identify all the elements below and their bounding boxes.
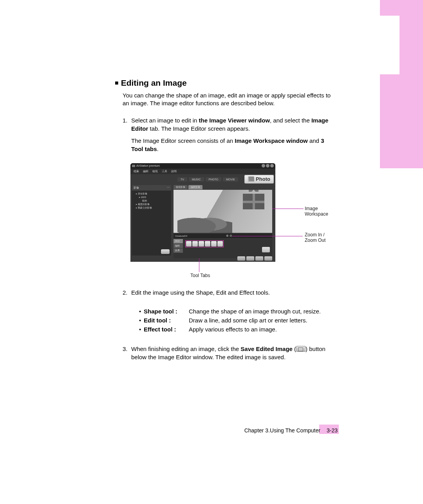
sidebar: 影像⋯ ▸ 所有影像 ▸ 2005 範例 ▸ 最愛的影像 ▸ 我建立的影像 — [132, 185, 171, 256]
save-edited-image-icon — [296, 346, 306, 352]
sidebar-tree: ▸ 所有影像 ▸ 2005 範例 ▸ 最愛的影像 ▸ 我建立的影像 — [132, 191, 171, 211]
gift-box-graphic — [243, 194, 264, 209]
page: ■Editing an Image You can change the sha… — [0, 0, 423, 504]
mode-tab-music[interactable]: MUSIC — [189, 177, 204, 182]
tool-button[interactable] — [211, 241, 217, 247]
menu-item[interactable]: 編輯 — [143, 169, 148, 173]
heading-text: Editing an Image — [121, 78, 187, 87]
subtab-edit[interactable]: 編輯影像 — [188, 185, 202, 189]
tool-list: • Shape tool : Change the shape of an im… — [139, 307, 334, 334]
tool-area: 形狀 編輯 效果 — [174, 239, 272, 258]
tree-item[interactable]: ▸ 所有影像 — [134, 192, 170, 196]
zoom-controls: ⊕ ⊖ — [226, 234, 232, 238]
tool-tab-edit[interactable]: 編輯 — [174, 244, 183, 248]
step-number: 1. — [123, 116, 131, 157]
step2-text: Edit the image using the Shape, Edit and… — [131, 288, 334, 297]
mode-tab-movie[interactable]: MOVIE — [223, 177, 238, 182]
screenshot-figure: AVStation premium 檔案 編輯 檢視 工具 說明 Photo T… — [130, 163, 334, 281]
mode-tab-tv[interactable]: TV — [177, 177, 187, 182]
bullet-icon: • — [139, 316, 144, 325]
chapter-tab-notch — [380, 16, 400, 74]
gift-bow-graphic — [249, 190, 258, 192]
menu-item[interactable]: 檢視 — [152, 169, 158, 173]
callout-zoom: Zoom In / Zoom Out — [305, 232, 334, 243]
page-number: 3-23 — [327, 427, 338, 434]
tool-row-shape: • Shape tool : Change the shape of an im… — [139, 307, 334, 316]
tool-tab-shape[interactable]: 形狀 — [174, 239, 183, 243]
tool-row-edit: • Edit tool : Draw a line, add some clip… — [139, 316, 334, 325]
photo-banner-icon — [248, 176, 254, 182]
menubar: 檔案 編輯 檢視 工具 說明 — [130, 169, 275, 174]
step-body: When finishing editing an image, click t… — [131, 345, 334, 365]
tool-button[interactable] — [199, 241, 204, 247]
tool-row-effect: • Effect tool : Apply various effects to… — [139, 325, 334, 334]
callout-line — [232, 236, 303, 236]
subtab-view[interactable]: 檢視影像 — [174, 185, 188, 189]
callout-line — [272, 209, 304, 209]
bottom-button[interactable] — [246, 256, 254, 261]
tree-item[interactable]: 範例 — [134, 199, 170, 203]
menu-item[interactable]: 工具 — [162, 169, 167, 173]
callout-line — [199, 258, 199, 272]
step3-text: When finishing editing an image, click t… — [131, 345, 334, 361]
tree-item[interactable]: ▸ 最愛的影像 — [134, 203, 170, 206]
editor-subtabs: 檢視影像 編輯影像 — [174, 185, 202, 189]
step-3: 3. When finishing editing an image, clic… — [123, 345, 334, 365]
step-body: Edit the image using the Shape, Edit and… — [131, 288, 334, 301]
photo-banner-label: Photo — [256, 176, 270, 182]
zoom-in-icon[interactable]: ⊕ — [226, 234, 229, 238]
chapter-label: Chapter 3.Using The Computer — [244, 427, 320, 434]
foliage-graphic — [177, 211, 232, 233]
step1-line2: The Image Editor screen consists of an I… — [131, 137, 334, 153]
sidebar-menu-icon[interactable]: ⋯ — [167, 186, 170, 190]
menu-item[interactable]: 檔案 — [134, 169, 139, 173]
photo-banner: Photo — [244, 175, 274, 184]
bottom-button[interactable] — [264, 256, 272, 261]
step-body: Select an image to edit in the Image Vie… — [131, 116, 334, 157]
mode-tab-photo[interactable]: PHOTO — [206, 177, 222, 182]
page-footer: Chapter 3.Using The Computer 3-23 — [244, 427, 338, 434]
tree-item[interactable]: ▸ 我建立的影像 — [134, 206, 170, 210]
status-filename: CreatureD4 — [175, 235, 187, 237]
tree-item[interactable]: ▸ 2005 — [134, 196, 170, 199]
image-workspace[interactable] — [174, 190, 272, 233]
app-window: AVStation premium 檔案 編輯 檢視 工具 說明 Photo T… — [130, 163, 275, 262]
minimize-icon[interactable] — [262, 164, 265, 167]
tool-desc: Change the shape of an image through cut… — [189, 307, 334, 316]
tool-name: Effect tool : — [144, 325, 189, 334]
titlebar: AVStation premium — [130, 163, 275, 169]
callout-tooltabs: Tool Tabs — [190, 273, 210, 278]
tool-desc: Apply various effects to an image. — [189, 325, 334, 334]
workspace-photo — [174, 190, 272, 233]
main-content: ■Editing an Image You can change the sha… — [115, 78, 334, 371]
step-2: 2. Edit the image using the Shape, Edit … — [123, 288, 334, 301]
tool-name: Edit tool : — [144, 316, 189, 325]
tool-button[interactable] — [205, 241, 210, 247]
step-1: 1. Select an image to edit in the Image … — [123, 116, 334, 157]
bottom-button[interactable] — [237, 256, 245, 261]
tool-button[interactable] — [192, 241, 198, 247]
tool-tabs: 形狀 編輯 效果 — [174, 239, 183, 253]
tool-button[interactable] — [186, 241, 192, 247]
step-number: 2. — [123, 288, 131, 301]
mode-tabs: TV MUSIC PHOTO MOVIE — [177, 177, 238, 182]
bullet-icon: • — [139, 325, 144, 334]
sidebar-header: 影像⋯ — [132, 185, 171, 191]
window-controls[interactable] — [262, 164, 274, 167]
sidebar-button[interactable] — [161, 249, 170, 254]
bottom-buttons — [174, 256, 272, 261]
tool-buttons — [185, 240, 224, 247]
app-icon — [132, 165, 135, 167]
menu-item[interactable]: 說明 — [171, 169, 177, 173]
tool-desc: Draw a line, add some clip art or enter … — [189, 316, 334, 325]
bottom-button[interactable] — [255, 256, 263, 261]
maximize-icon[interactable] — [266, 164, 269, 167]
zoom-out-icon[interactable]: ⊖ — [230, 234, 232, 238]
heading-bullet-icon: ■ — [115, 79, 119, 86]
save-edited-image-button[interactable] — [262, 247, 270, 252]
close-icon[interactable] — [270, 164, 274, 167]
tool-tab-effect[interactable]: 效果 — [174, 248, 183, 253]
tool-button[interactable] — [217, 241, 223, 247]
step1-line1: Select an image to edit in the Image Vie… — [131, 116, 334, 133]
app-title: AVStation premium — [136, 164, 160, 167]
